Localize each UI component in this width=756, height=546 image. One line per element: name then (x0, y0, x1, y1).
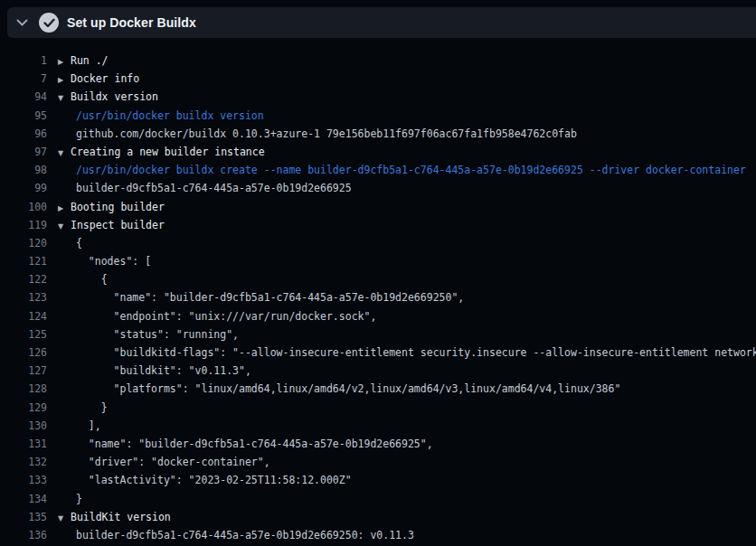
log-line: 124 "endpoint": "unix:///var/run/docker.… (0, 307, 756, 325)
log-line: 136builder-d9cfb5a1-c764-445a-a57e-0b19d… (0, 526, 756, 544)
line-number[interactable]: 131 (0, 435, 47, 453)
log-line: 100▶Booting builder (0, 198, 756, 216)
log-group-header[interactable]: ▼BuildKit version (58, 508, 171, 526)
log-line: 130 ], (0, 417, 756, 435)
line-number[interactable]: 126 (0, 344, 47, 362)
chevron-right-icon: ▶ (58, 200, 71, 216)
log-line: 1▶Run ./ (0, 52, 756, 70)
log-line: 128 "platforms": "linux/amd64,linux/amd6… (0, 380, 756, 398)
log-output-text: "driver": "docker-container", (58, 453, 270, 471)
line-number[interactable]: 130 (0, 417, 47, 435)
log-line: 120{ (0, 234, 756, 252)
log-line: 132 "driver": "docker-container", (0, 453, 756, 471)
log-output-text: { (58, 270, 108, 288)
log-viewer: 1▶Run ./7▶Docker info94▼Buildx version95… (0, 52, 756, 544)
log-line: 135▼BuildKit version (0, 508, 756, 526)
log-line: 127 "buildkit": "v0.11.3", (0, 362, 756, 380)
group-label: Docker info (71, 72, 139, 85)
log-line: 94▼Buildx version (0, 88, 756, 106)
line-number[interactable]: 94 (0, 88, 47, 106)
log-line: 99builder-d9cfb5a1-c764-445a-a57e-0b19d2… (0, 179, 756, 197)
chevron-right-icon: ▶ (58, 53, 71, 70)
log-output-text: "platforms": "linux/amd64,linux/amd64/v2… (58, 380, 620, 398)
log-line: 129 } (0, 399, 756, 417)
line-number[interactable]: 134 (0, 490, 47, 508)
log-output-text: "status": "running", (58, 325, 239, 344)
log-line: 7▶Docker info (0, 70, 756, 88)
log-line: 123 "name": "builder-d9cfb5a1-c764-445a-… (0, 288, 756, 306)
chevron-down-icon: ▼ (58, 145, 71, 161)
line-number[interactable]: 98 (0, 161, 47, 179)
group-label: Run ./ (71, 54, 109, 67)
log-line: 97▼Creating a new builder instance (0, 143, 756, 161)
log-line: 126 "buildkitd-flags": "--allow-insecure… (0, 344, 756, 362)
log-group-header[interactable]: ▼Buildx version (58, 88, 158, 106)
line-number[interactable]: 133 (0, 471, 47, 489)
chevron-down-icon: ▼ (58, 218, 71, 234)
step-header[interactable]: Set up Docker Buildx (7, 7, 756, 38)
line-number[interactable]: 96 (0, 125, 47, 143)
log-line: 122 { (0, 270, 756, 288)
line-number[interactable]: 124 (0, 307, 47, 325)
line-number[interactable]: 1 (0, 52, 47, 70)
line-number[interactable]: 7 (0, 70, 47, 88)
chevron-right-icon: ▶ (58, 71, 71, 88)
log-output-text: "name": "builder-d9cfb5a1-c764-445a-a57e… (58, 288, 464, 306)
log-output-text: } (58, 399, 108, 417)
chevron-down-icon (16, 19, 28, 26)
log-output-text: "nodes": [ (58, 252, 151, 270)
log-output-text: "buildkitd-flags": "--allow-insecure-ent… (58, 344, 756, 362)
log-command-text: /usr/bin/docker buildx create --name bui… (58, 161, 746, 179)
line-number[interactable]: 127 (0, 362, 47, 380)
line-number[interactable]: 122 (0, 270, 47, 288)
line-number[interactable]: 97 (0, 143, 47, 161)
log-output-text: ], (58, 417, 101, 435)
log-output-text: "endpoint": "unix:///var/run/docker.sock… (58, 307, 376, 325)
group-label: Buildx version (71, 90, 158, 103)
line-number[interactable]: 100 (0, 198, 47, 216)
log-group-header[interactable]: ▶Booting builder (58, 198, 165, 216)
log-group-header[interactable]: ▼Inspect builder (58, 216, 165, 234)
line-number[interactable]: 135 (0, 508, 47, 526)
group-label: BuildKit version (71, 511, 171, 523)
log-line: 96github.com/docker/buildx 0.10.3+azure-… (0, 125, 756, 143)
log-output-text: "name": "builder-d9cfb5a1-c764-445a-a57e… (58, 435, 433, 453)
log-line: 98/usr/bin/docker buildx create --name b… (0, 161, 756, 179)
chevron-down-icon: ▼ (58, 510, 71, 526)
line-number[interactable]: 120 (0, 234, 47, 252)
chevron-down-icon: ▼ (58, 89, 71, 106)
log-command-text: /usr/bin/docker buildx version (58, 107, 264, 125)
log-line: 95/usr/bin/docker buildx version (0, 107, 756, 125)
log-output-text: } (58, 490, 82, 508)
line-number[interactable]: 95 (0, 107, 47, 125)
log-line: 119▼Inspect builder (0, 216, 756, 234)
log-output-text: builder-d9cfb5a1-c764-445a-a57e-0b19d2e6… (58, 179, 352, 197)
status-success-icon (39, 13, 59, 33)
line-number[interactable]: 129 (0, 399, 47, 417)
log-line: 134} (0, 490, 756, 508)
group-label: Creating a new builder instance (71, 146, 265, 158)
log-line: 133 "lastActivity": "2023-02-25T11:58:12… (0, 471, 756, 489)
line-number[interactable]: 128 (0, 380, 47, 398)
line-number[interactable]: 136 (0, 526, 47, 544)
line-number[interactable]: 132 (0, 453, 47, 471)
log-group-header[interactable]: ▼Creating a new builder instance (58, 143, 265, 161)
line-number[interactable]: 125 (0, 325, 47, 344)
step-title: Set up Docker Buildx (67, 15, 196, 30)
log-output-text: { (58, 234, 82, 252)
log-output-text: "buildkit": "v0.11.3", (58, 362, 251, 380)
line-number[interactable]: 121 (0, 252, 47, 270)
log-output-text: builder-d9cfb5a1-c764-445a-a57e-0b19d2e6… (58, 526, 414, 544)
log-line: 121 "nodes": [ (0, 252, 756, 270)
log-line: 125 "status": "running", (0, 325, 756, 344)
group-label: Inspect builder (71, 219, 165, 231)
log-group-header[interactable]: ▶Run ./ (58, 52, 109, 70)
log-output-text: github.com/docker/buildx 0.10.3+azure-1 … (58, 125, 577, 143)
collapse-step-button[interactable] (11, 12, 33, 33)
log-group-header[interactable]: ▶Docker info (58, 70, 139, 88)
line-number[interactable]: 99 (0, 179, 47, 197)
line-number[interactable]: 119 (0, 216, 47, 234)
group-label: Booting builder (71, 201, 165, 213)
line-number[interactable]: 123 (0, 288, 47, 306)
log-line: 131 "name": "builder-d9cfb5a1-c764-445a-… (0, 435, 756, 453)
